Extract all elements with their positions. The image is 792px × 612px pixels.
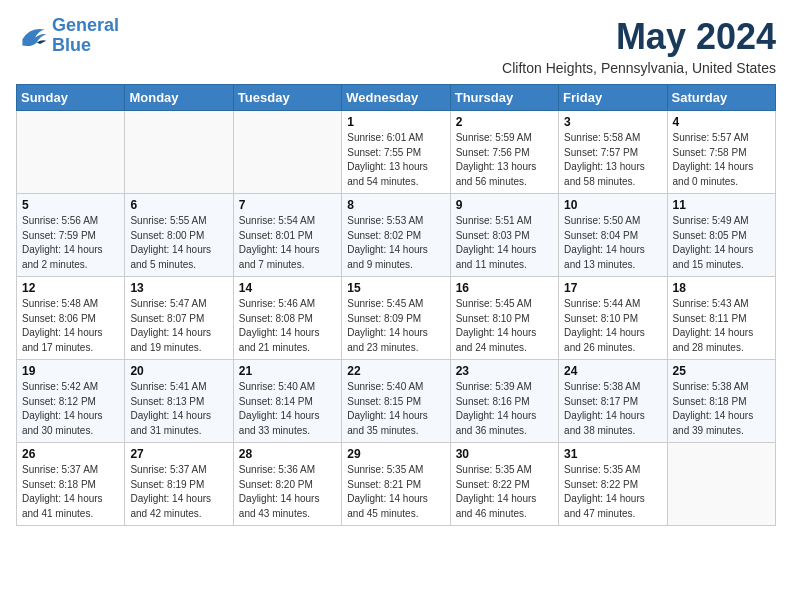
calendar-header-row: SundayMondayTuesdayWednesdayThursdayFrid… [17,85,776,111]
calendar-day: 10Sunrise: 5:50 AMSunset: 8:04 PMDayligh… [559,194,667,277]
logo-icon [16,22,48,50]
day-info: Sunrise: 6:01 AMSunset: 7:55 PMDaylight:… [347,131,444,189]
day-number: 11 [673,198,770,212]
calendar-day: 30Sunrise: 5:35 AMSunset: 8:22 PMDayligh… [450,443,558,526]
day-number: 3 [564,115,661,129]
day-info: Sunrise: 5:45 AMSunset: 8:09 PMDaylight:… [347,297,444,355]
calendar-day: 14Sunrise: 5:46 AMSunset: 8:08 PMDayligh… [233,277,341,360]
calendar-day: 9Sunrise: 5:51 AMSunset: 8:03 PMDaylight… [450,194,558,277]
day-number: 2 [456,115,553,129]
day-info: Sunrise: 5:41 AMSunset: 8:13 PMDaylight:… [130,380,227,438]
calendar-day: 20Sunrise: 5:41 AMSunset: 8:13 PMDayligh… [125,360,233,443]
weekday-header: Monday [125,85,233,111]
day-info: Sunrise: 5:40 AMSunset: 8:15 PMDaylight:… [347,380,444,438]
day-number: 18 [673,281,770,295]
calendar-day: 3Sunrise: 5:58 AMSunset: 7:57 PMDaylight… [559,111,667,194]
day-info: Sunrise: 5:47 AMSunset: 8:07 PMDaylight:… [130,297,227,355]
calendar-week-row: 26Sunrise: 5:37 AMSunset: 8:18 PMDayligh… [17,443,776,526]
day-number: 7 [239,198,336,212]
calendar-day: 28Sunrise: 5:36 AMSunset: 8:20 PMDayligh… [233,443,341,526]
calendar-day: 11Sunrise: 5:49 AMSunset: 8:05 PMDayligh… [667,194,775,277]
logo: General Blue [16,16,119,56]
weekday-header: Tuesday [233,85,341,111]
day-number: 12 [22,281,119,295]
calendar-empty [667,443,775,526]
calendar-day: 12Sunrise: 5:48 AMSunset: 8:06 PMDayligh… [17,277,125,360]
location: Clifton Heights, Pennsylvania, United St… [502,60,776,76]
day-info: Sunrise: 5:38 AMSunset: 8:18 PMDaylight:… [673,380,770,438]
day-number: 30 [456,447,553,461]
day-number: 23 [456,364,553,378]
day-info: Sunrise: 5:51 AMSunset: 8:03 PMDaylight:… [456,214,553,272]
day-number: 29 [347,447,444,461]
day-number: 16 [456,281,553,295]
calendar-day: 27Sunrise: 5:37 AMSunset: 8:19 PMDayligh… [125,443,233,526]
calendar-day: 15Sunrise: 5:45 AMSunset: 8:09 PMDayligh… [342,277,450,360]
day-info: Sunrise: 5:53 AMSunset: 8:02 PMDaylight:… [347,214,444,272]
day-info: Sunrise: 5:43 AMSunset: 8:11 PMDaylight:… [673,297,770,355]
day-number: 27 [130,447,227,461]
calendar-day: 21Sunrise: 5:40 AMSunset: 8:14 PMDayligh… [233,360,341,443]
day-number: 31 [564,447,661,461]
day-number: 1 [347,115,444,129]
calendar-day: 6Sunrise: 5:55 AMSunset: 8:00 PMDaylight… [125,194,233,277]
day-info: Sunrise: 5:35 AMSunset: 8:22 PMDaylight:… [456,463,553,521]
day-number: 25 [673,364,770,378]
day-info: Sunrise: 5:35 AMSunset: 8:22 PMDaylight:… [564,463,661,521]
calendar-week-row: 5Sunrise: 5:56 AMSunset: 7:59 PMDaylight… [17,194,776,277]
calendar-day: 4Sunrise: 5:57 AMSunset: 7:58 PMDaylight… [667,111,775,194]
day-info: Sunrise: 5:38 AMSunset: 8:17 PMDaylight:… [564,380,661,438]
day-info: Sunrise: 5:49 AMSunset: 8:05 PMDaylight:… [673,214,770,272]
day-info: Sunrise: 5:48 AMSunset: 8:06 PMDaylight:… [22,297,119,355]
calendar-day: 2Sunrise: 5:59 AMSunset: 7:56 PMDaylight… [450,111,558,194]
calendar-day: 17Sunrise: 5:44 AMSunset: 8:10 PMDayligh… [559,277,667,360]
day-info: Sunrise: 5:39 AMSunset: 8:16 PMDaylight:… [456,380,553,438]
calendar-day: 22Sunrise: 5:40 AMSunset: 8:15 PMDayligh… [342,360,450,443]
day-info: Sunrise: 5:40 AMSunset: 8:14 PMDaylight:… [239,380,336,438]
weekday-header: Wednesday [342,85,450,111]
weekday-header: Sunday [17,85,125,111]
calendar-empty [233,111,341,194]
day-number: 17 [564,281,661,295]
calendar-week-row: 12Sunrise: 5:48 AMSunset: 8:06 PMDayligh… [17,277,776,360]
day-info: Sunrise: 5:44 AMSunset: 8:10 PMDaylight:… [564,297,661,355]
day-number: 8 [347,198,444,212]
day-info: Sunrise: 5:46 AMSunset: 8:08 PMDaylight:… [239,297,336,355]
day-number: 6 [130,198,227,212]
day-info: Sunrise: 5:57 AMSunset: 7:58 PMDaylight:… [673,131,770,189]
day-info: Sunrise: 5:58 AMSunset: 7:57 PMDaylight:… [564,131,661,189]
calendar-day: 1Sunrise: 6:01 AMSunset: 7:55 PMDaylight… [342,111,450,194]
day-info: Sunrise: 5:55 AMSunset: 8:00 PMDaylight:… [130,214,227,272]
calendar-day: 23Sunrise: 5:39 AMSunset: 8:16 PMDayligh… [450,360,558,443]
day-number: 22 [347,364,444,378]
calendar-week-row: 19Sunrise: 5:42 AMSunset: 8:12 PMDayligh… [17,360,776,443]
month-title: May 2024 [502,16,776,58]
calendar-day: 13Sunrise: 5:47 AMSunset: 8:07 PMDayligh… [125,277,233,360]
day-number: 21 [239,364,336,378]
day-number: 13 [130,281,227,295]
day-number: 9 [456,198,553,212]
logo-text: General Blue [52,16,119,56]
calendar-day: 25Sunrise: 5:38 AMSunset: 8:18 PMDayligh… [667,360,775,443]
day-number: 14 [239,281,336,295]
calendar-day: 18Sunrise: 5:43 AMSunset: 8:11 PMDayligh… [667,277,775,360]
calendar-day: 26Sunrise: 5:37 AMSunset: 8:18 PMDayligh… [17,443,125,526]
day-info: Sunrise: 5:54 AMSunset: 8:01 PMDaylight:… [239,214,336,272]
day-number: 15 [347,281,444,295]
calendar-day: 5Sunrise: 5:56 AMSunset: 7:59 PMDaylight… [17,194,125,277]
page-header: General Blue May 2024 Clifton Heights, P… [16,16,776,76]
day-info: Sunrise: 5:50 AMSunset: 8:04 PMDaylight:… [564,214,661,272]
day-number: 26 [22,447,119,461]
calendar-day: 24Sunrise: 5:38 AMSunset: 8:17 PMDayligh… [559,360,667,443]
day-info: Sunrise: 5:59 AMSunset: 7:56 PMDaylight:… [456,131,553,189]
calendar-day: 19Sunrise: 5:42 AMSunset: 8:12 PMDayligh… [17,360,125,443]
day-info: Sunrise: 5:37 AMSunset: 8:19 PMDaylight:… [130,463,227,521]
weekday-header: Friday [559,85,667,111]
calendar-empty [125,111,233,194]
weekday-header: Saturday [667,85,775,111]
calendar-day: 7Sunrise: 5:54 AMSunset: 8:01 PMDaylight… [233,194,341,277]
day-number: 19 [22,364,119,378]
calendar: SundayMondayTuesdayWednesdayThursdayFrid… [16,84,776,526]
calendar-day: 16Sunrise: 5:45 AMSunset: 8:10 PMDayligh… [450,277,558,360]
title-block: May 2024 Clifton Heights, Pennsylvania, … [502,16,776,76]
